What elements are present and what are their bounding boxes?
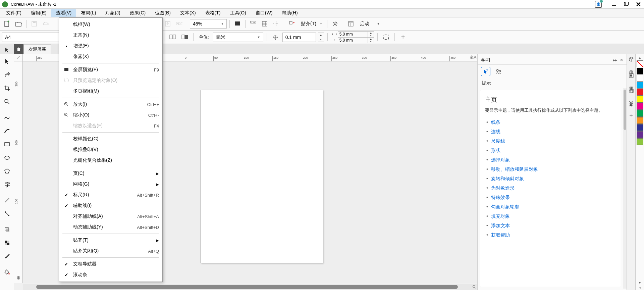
ellipse-tool[interactable] [1, 151, 13, 164]
page-size-select[interactable]: A4 [2, 33, 59, 42]
no-color-swatch[interactable] [637, 60, 643, 67]
menu-proof-colors[interactable]: 校样颜色(C) [59, 134, 162, 144]
hints-mode-icon[interactable]: ? [481, 67, 490, 76]
options-button[interactable] [330, 19, 340, 29]
maximize-button[interactable] [623, 1, 630, 8]
launch-dropdown[interactable]: 启动 [357, 19, 372, 29]
color-swatch[interactable] [637, 117, 643, 124]
dup-v-spinner[interactable]: ▲▼ [368, 37, 374, 43]
drop-shadow-tool[interactable] [1, 223, 13, 236]
guides-toggle[interactable] [271, 19, 281, 29]
guide-docker-icon[interactable] [628, 56, 635, 63]
pick-tool[interactable] [1, 55, 13, 68]
palette-down-arrow[interactable]: ▼ [638, 281, 641, 285]
color-swatch[interactable] [637, 124, 643, 131]
ruler-origin[interactable] [14, 54, 23, 61]
menu-编辑[interactable]: 编辑(E) [26, 9, 51, 17]
current-page-button[interactable] [180, 32, 190, 42]
layout-icon[interactable] [346, 19, 356, 29]
minimize-button[interactable] [610, 1, 618, 8]
open-file-button[interactable]: ▾ [13, 19, 23, 29]
rectangle-tool[interactable] [1, 138, 13, 151]
freehand-tool[interactable]: + [1, 111, 13, 124]
rulers-toggle[interactable] [248, 19, 258, 29]
menu-navigator[interactable]: 文档导航器 [59, 259, 162, 269]
grid-toggle[interactable] [260, 19, 270, 29]
add-docker-button[interactable]: + [628, 113, 635, 119]
user-account-icon[interactable]: 👤 [595, 1, 602, 8]
color-swatch[interactable] [637, 131, 643, 138]
menu-zoom-out[interactable]: -缩小(O)Ctrl+- [59, 110, 162, 120]
menu-帮助[interactable]: 帮助(H) [277, 9, 302, 17]
menu-guides[interactable]: 辅助线(I) [59, 200, 162, 211]
nudge-input[interactable]: 0.1 mm [282, 33, 316, 42]
fill-tool[interactable] [1, 266, 13, 279]
menu-rulers[interactable]: 标尺(R)Alt+Shift+R [59, 190, 162, 200]
menu-sim-overprint[interactable]: 模拟叠印(V) [59, 144, 162, 155]
zoom-tool[interactable] [1, 95, 13, 108]
hint-link-anchor[interactable]: 线条 [491, 119, 500, 125]
connector-tool[interactable] [1, 207, 13, 220]
home-tab[interactable] [14, 44, 23, 54]
crop-tool[interactable] [1, 82, 13, 95]
launch-caret[interactable]: ▼ [373, 19, 383, 29]
horizontal-scrollbar[interactable] [23, 284, 471, 290]
menu-multipage[interactable]: 多页视图(M) [59, 86, 162, 97]
hint-link-anchor[interactable]: 连线 [491, 129, 500, 134]
hint-link-anchor[interactable]: 特殊效果 [491, 195, 510, 200]
menu-rasterize[interactable]: 光栅化复合效果(Z) [59, 155, 162, 166]
props-docker-icon[interactable] [628, 72, 635, 79]
menu-pixels[interactable]: 像素(X) [59, 51, 162, 62]
palette-flyout-arrow[interactable]: ◂ [639, 285, 641, 290]
close-button[interactable]: ✕ [635, 1, 642, 8]
duplicate-v-input[interactable]: 5.0 mm [338, 37, 368, 43]
menu-snap[interactable]: 贴齐(T)▶ [59, 235, 162, 246]
nudge-spinner[interactable]: ▲▼ [318, 33, 324, 42]
palette-up-arrow[interactable]: ▲ [638, 55, 641, 60]
duplicate-h-input[interactable]: 5.0 mm [338, 31, 368, 37]
text-tool[interactable]: 字 [1, 178, 13, 191]
hint-link-anchor[interactable]: 获取帮助 [491, 232, 510, 238]
menu-对象[interactable]: 对象(J) [101, 9, 125, 17]
units-select[interactable]: 毫米▼ [213, 33, 263, 42]
navigator-button[interactable] [471, 284, 477, 290]
welcome-tab[interactable]: 欢迎屏幕 [23, 44, 51, 54]
page[interactable] [201, 90, 323, 263]
zoom-select[interactable]: 46%▼ [190, 19, 227, 29]
menu-位图[interactable]: 位图(B) [150, 9, 175, 17]
community-mode-icon[interactable] [494, 67, 503, 76]
menu-fullscreen[interactable]: 全屏预览(F)F9 [59, 64, 162, 75]
objects-docker-tab[interactable]: 对象 (O) [629, 98, 634, 107]
polygon-tool[interactable] [1, 165, 13, 178]
menu-scrollbars[interactable]: 滚动条 [59, 269, 162, 280]
color-swatch[interactable] [637, 82, 643, 89]
transparency-tool[interactable] [1, 237, 13, 249]
artistic-media-tool[interactable] [1, 124, 13, 137]
dock-collapse-button[interactable]: ▸▸ [613, 58, 617, 62]
color-swatch[interactable] [637, 138, 643, 145]
menu-布局[interactable]: 布局(L) [76, 9, 101, 17]
treat-as-filled[interactable] [381, 32, 391, 42]
all-pages-button[interactable] [168, 32, 178, 42]
menu-窗口[interactable]: 窗口(W) [251, 9, 277, 17]
menu-文本[interactable]: 文本(X) [175, 9, 201, 17]
eyedropper-tool[interactable] [1, 250, 13, 263]
menu-zoom-in[interactable]: +放大(I)Ctrl++ [59, 99, 162, 110]
menu-dynamic-guides[interactable]: 动态辅助线(Y)Alt+Shift+D [59, 222, 162, 233]
new-file-button[interactable]: + [2, 19, 12, 29]
tab-pick-tool[interactable] [2, 45, 12, 55]
color-swatch[interactable] [637, 89, 643, 96]
color-swatch[interactable] [637, 68, 643, 74]
menu-表格[interactable]: 表格(T) [201, 9, 225, 17]
props-docker-tab[interactable]: 属性 [629, 82, 634, 85]
menu-align-guides[interactable]: 对齐辅助线(A)Alt+Shift+A [59, 211, 162, 222]
fullscreen-preview-button[interactable] [232, 19, 243, 29]
menu-wireframe[interactable]: 线框(W) [59, 19, 162, 30]
menu-文件[interactable]: 文件(F) [1, 9, 26, 17]
vertical-ruler[interactable]: 300200100 [14, 61, 23, 283]
menu-效果[interactable]: 效果(C) [125, 9, 150, 17]
menu-grid[interactable]: 网格(G)▶ [59, 179, 162, 190]
parallel-dim-tool[interactable] [1, 194, 13, 207]
color-swatch[interactable] [637, 103, 643, 110]
menu-page[interactable]: 页(C)▶ [59, 168, 162, 179]
